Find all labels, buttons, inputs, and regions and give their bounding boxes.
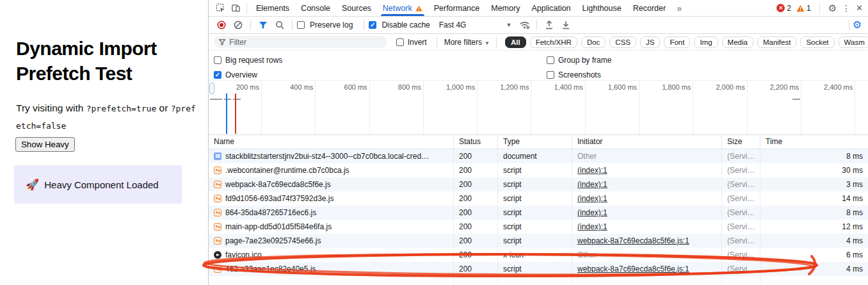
initiator-cell[interactable]: (index):1 xyxy=(572,163,722,177)
settings-gear-icon[interactable]: ⚙ xyxy=(828,3,837,13)
request-name-cell[interactable]: fd9d1056-693ad74f37592d3e.js xyxy=(209,191,454,206)
initiator-link[interactable]: (index):1 xyxy=(577,180,607,189)
screenshots-checkbox[interactable] xyxy=(547,71,554,79)
tab-performance[interactable]: Performance xyxy=(428,0,486,16)
group-by-frame-checkbox[interactable] xyxy=(547,56,554,64)
request-name-cell[interactable]: 462.a33aae1ec82e40e5.js xyxy=(209,262,454,276)
inspect-element-icon[interactable] xyxy=(213,2,228,15)
time-cell: 6 ms xyxy=(760,248,868,262)
request-name-cell[interactable]: page-7ae23e0925745e66.js xyxy=(209,234,454,248)
initiator-cell[interactable]: webpack-8a7c69ecda8c5f6e.js:1 xyxy=(572,234,722,248)
console-error-badge[interactable]: ✕2 xyxy=(776,4,791,13)
import-har-icon[interactable] xyxy=(542,18,557,32)
network-settings-gear-icon[interactable]: ⚙ xyxy=(853,20,862,30)
export-har-icon[interactable] xyxy=(558,18,574,32)
chip-doc[interactable]: Doc xyxy=(581,37,606,48)
chip-fetch-xhr[interactable]: Fetch/XHR xyxy=(530,37,577,48)
tab-network[interactable]: Network xyxy=(377,0,428,16)
chip-media[interactable]: Media xyxy=(722,37,753,48)
error-icon: ✕ xyxy=(776,4,785,12)
more-tabs-chevron[interactable]: » xyxy=(671,3,687,13)
chip-css[interactable]: CSS xyxy=(609,37,636,48)
initiator-cell[interactable]: (index):1 xyxy=(572,220,722,234)
request-name-cell[interactable]: stackblitzstarterstjnv2bui-stz4--3000--c… xyxy=(209,149,454,163)
overview-checkbox[interactable]: ✓ xyxy=(214,71,221,79)
status-cell: 200 xyxy=(454,220,498,234)
initiator-cell[interactable]: (index):1 xyxy=(572,177,722,191)
column-header-name[interactable]: Name xyxy=(209,135,454,149)
tab-recorder[interactable]: Recorder xyxy=(627,0,671,16)
tab-application[interactable]: Application xyxy=(526,0,576,16)
close-devtools-icon[interactable]: ✕ xyxy=(856,4,863,12)
tab-sources[interactable]: Sources xyxy=(336,0,377,16)
request-name-cell[interactable]: 864-35da487265716ec6.js xyxy=(209,206,454,220)
network-request-row[interactable]: webpack-8a7c69ecda8c5f6e.js200script(ind… xyxy=(209,177,868,191)
request-name-cell[interactable]: webpack-8a7c69ecda8c5f6e.js xyxy=(209,177,454,191)
record-network-log-icon[interactable] xyxy=(214,18,229,32)
column-header-initiator[interactable]: Initiator xyxy=(572,135,722,149)
show-heavy-button[interactable]: Show Heavy xyxy=(15,137,75,152)
initiator-link[interactable]: (index):1 xyxy=(577,222,607,231)
toggle-device-toolbar-icon[interactable] xyxy=(228,2,243,15)
column-header-status[interactable]: Status xyxy=(454,135,498,149)
network-overview-timeline[interactable]: 200 ms400 ms600 ms800 ms1,000 ms1,200 ms… xyxy=(209,81,868,135)
network-request-row[interactable]: stackblitzstarterstjnv2bui-stz4--3000--c… xyxy=(209,149,868,163)
size-cell: (Servi… xyxy=(722,248,760,262)
column-header-time[interactable]: Time xyxy=(760,135,868,149)
timeline-tick-label: 2,400 ms xyxy=(801,81,855,134)
chip-img[interactable]: Img xyxy=(694,37,718,48)
network-conditions-icon[interactable] xyxy=(517,18,532,32)
chip-socket[interactable]: Socket xyxy=(800,37,834,48)
initiator-link[interactable]: (index):1 xyxy=(577,194,607,203)
initiator-cell[interactable]: webpack-8a7c69ecda8c5f6e.js:1 xyxy=(572,262,722,276)
column-header-type[interactable]: Type xyxy=(498,135,572,149)
throttling-dropdown[interactable]: Fast 4G ▼ xyxy=(439,20,512,29)
type-cell: script xyxy=(498,163,572,177)
tab-elements[interactable]: Elements xyxy=(250,0,295,16)
initiator-link[interactable]: webpack-8a7c69ecda8c5f6e.js:1 xyxy=(577,265,689,273)
search-icon[interactable] xyxy=(272,18,287,32)
request-name-cell[interactable]: main-app-dd5d01d5f584e6fa.js xyxy=(209,220,454,234)
kebab-menu-icon[interactable]: ⋮ xyxy=(842,4,851,13)
initiator-link[interactable]: webpack-8a7c69ecda8c5f6e.js:1 xyxy=(577,236,689,245)
network-request-row[interactable]: main-app-dd5d01d5f584e6fa.js200script(in… xyxy=(209,220,868,234)
more-filters-dropdown[interactable]: More filters▼ xyxy=(444,38,490,47)
invert-checkbox[interactable] xyxy=(396,38,404,46)
tab-lighthouse[interactable]: Lighthouse xyxy=(577,0,627,16)
initiator-link[interactable]: (index):1 xyxy=(577,166,607,175)
network-request-row[interactable]: page-7ae23e0925745e66.js200scriptwebpack… xyxy=(209,234,868,248)
filter-toggle-icon[interactable] xyxy=(255,18,271,32)
console-warning-badge[interactable]: 1 xyxy=(796,4,811,13)
request-name-cell[interactable]: .webcontainer@runtime.cb7c0bca.js xyxy=(209,163,454,177)
tab-console[interactable]: Console xyxy=(295,0,336,16)
initiator-link[interactable]: (index):1 xyxy=(577,208,607,217)
request-name-cell[interactable]: favicon.ico xyxy=(209,248,454,262)
big-request-rows-checkbox[interactable] xyxy=(214,56,221,64)
network-request-row[interactable]: .webcontainer@runtime.cb7c0bca.js200scri… xyxy=(209,163,868,177)
banner-text: Heavy Component Loaded xyxy=(44,179,158,190)
network-request-row[interactable]: fd9d1056-693ad74f37592d3e.js200script(in… xyxy=(209,191,868,206)
initiator-cell[interactable]: (index):1 xyxy=(572,206,722,220)
funnel-icon xyxy=(219,39,225,45)
chip-js[interactable]: JS xyxy=(640,37,660,48)
overview-drag-handle[interactable] xyxy=(209,83,214,94)
chip-font[interactable]: Font xyxy=(664,37,690,48)
chip-manifest[interactable]: Manifest xyxy=(757,37,796,48)
disable-cache-checkbox[interactable]: ✓ xyxy=(369,21,376,29)
status-cell: 200 xyxy=(454,262,498,276)
preserve-log-checkbox[interactable] xyxy=(297,21,305,29)
tabs-container: ElementsConsoleSourcesNetworkPerformance… xyxy=(250,0,671,16)
initiator-cell[interactable]: (index):1 xyxy=(572,191,722,206)
status-cell: 200 xyxy=(454,191,498,206)
chip-all[interactable]: All xyxy=(505,37,526,48)
tab-memory[interactable]: Memory xyxy=(485,0,526,16)
network-request-row[interactable]: 462.a33aae1ec82e40e5.js200scriptwebpack-… xyxy=(209,262,868,276)
chip-wasm[interactable]: Wasm xyxy=(839,37,868,48)
network-request-row[interactable]: 864-35da487265716ec6.js200script(index):… xyxy=(209,206,868,220)
column-header-size[interactable]: Size xyxy=(722,135,760,149)
size-cell: (Servi… xyxy=(722,177,760,191)
network-request-row[interactable]: favicon.ico200x-iconOther(Servi…6 ms xyxy=(209,248,868,262)
clear-network-log-icon[interactable] xyxy=(230,18,246,32)
filter-input-pill[interactable] xyxy=(214,36,387,48)
filter-input[interactable] xyxy=(229,38,382,47)
